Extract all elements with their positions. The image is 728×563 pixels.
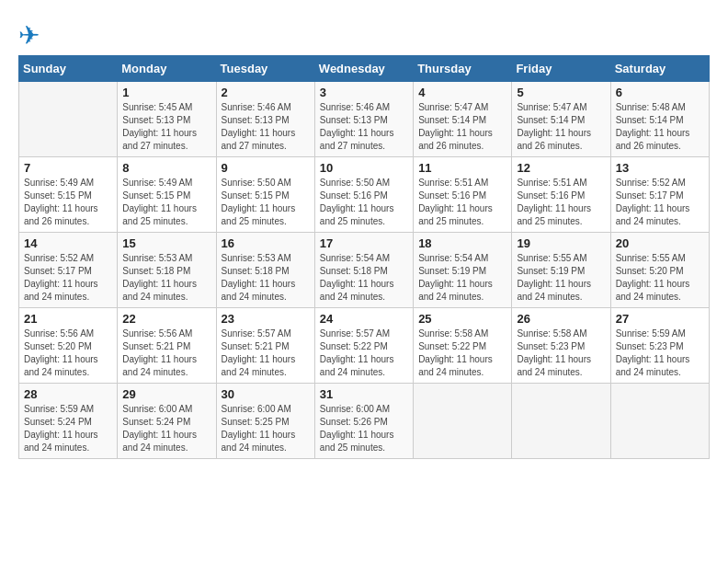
calendar-cell	[19, 82, 118, 157]
calendar-cell: 4 Sunrise: 5:47 AMSunset: 5:14 PMDayligh…	[414, 82, 512, 157]
day-info: Sunrise: 5:54 AMSunset: 5:19 PMDaylight:…	[418, 252, 506, 304]
calendar-cell: 21 Sunrise: 5:56 AMSunset: 5:20 PMDaylig…	[19, 308, 118, 384]
day-number: 6	[616, 86, 704, 99]
day-info: Sunrise: 5:53 AMSunset: 5:18 PMDaylight:…	[222, 252, 310, 304]
day-number: 2	[222, 86, 310, 99]
day-info: Sunrise: 5:54 AMSunset: 5:18 PMDaylight:…	[320, 252, 408, 304]
calendar-cell: 27 Sunrise: 5:59 AMSunset: 5:23 PMDaylig…	[610, 308, 709, 384]
calendar-header: SundayMondayTuesdayWednesdayThursdayFrid…	[19, 56, 710, 82]
logo: ✈	[18, 18, 55, 52]
day-number: 14	[24, 236, 112, 250]
day-number: 15	[122, 236, 210, 250]
day-number: 1	[122, 86, 210, 99]
day-info: Sunrise: 5:51 AMSunset: 5:16 PMDaylight:…	[517, 177, 605, 228]
calendar-cell: 11 Sunrise: 5:51 AMSunset: 5:16 PMDaylig…	[414, 157, 512, 233]
day-info: Sunrise: 5:55 AMSunset: 5:20 PMDaylight:…	[616, 252, 704, 304]
calendar-cell: 18 Sunrise: 5:54 AMSunset: 5:19 PMDaylig…	[414, 233, 512, 308]
day-number: 31	[320, 387, 408, 401]
calendar-cell	[414, 384, 512, 459]
weekday-header-friday: Friday	[512, 56, 610, 82]
weekday-header-sunday: Sunday	[19, 56, 118, 82]
weekday-header-tuesday: Tuesday	[216, 56, 314, 82]
calendar-cell: 1 Sunrise: 5:45 AMSunset: 5:13 PMDayligh…	[118, 82, 216, 157]
day-number: 26	[517, 312, 605, 326]
calendar-cell: 25 Sunrise: 5:58 AMSunset: 5:22 PMDaylig…	[414, 308, 512, 384]
day-number: 24	[320, 312, 408, 326]
weekday-header-row: SundayMondayTuesdayWednesdayThursdayFrid…	[19, 56, 710, 82]
day-info: Sunrise: 5:56 AMSunset: 5:21 PMDaylight:…	[122, 327, 210, 379]
weekday-header-wednesday: Wednesday	[314, 56, 413, 82]
day-info: Sunrise: 5:57 AMSunset: 5:21 PMDaylight:…	[222, 327, 310, 379]
calendar-cell	[512, 384, 610, 459]
weekday-header-thursday: Thursday	[414, 56, 512, 82]
logo-bird-icon: ✈	[18, 18, 51, 52]
day-info: Sunrise: 6:00 AMSunset: 5:25 PMDaylight:…	[222, 403, 310, 454]
day-info: Sunrise: 5:47 AMSunset: 5:14 PMDaylight:…	[517, 101, 605, 153]
weekday-header-monday: Monday	[118, 56, 216, 82]
calendar-cell: 7 Sunrise: 5:49 AMSunset: 5:15 PMDayligh…	[19, 157, 118, 233]
day-number: 8	[122, 161, 210, 175]
day-info: Sunrise: 6:00 AMSunset: 5:24 PMDaylight:…	[122, 403, 210, 454]
day-info: Sunrise: 5:59 AMSunset: 5:24 PMDaylight:…	[24, 403, 112, 454]
day-info: Sunrise: 5:55 AMSunset: 5:19 PMDaylight:…	[517, 252, 605, 304]
calendar-cell: 28 Sunrise: 5:59 AMSunset: 5:24 PMDaylig…	[19, 384, 118, 459]
calendar-week-1: 1 Sunrise: 5:45 AMSunset: 5:13 PMDayligh…	[19, 82, 710, 157]
calendar-cell: 9 Sunrise: 5:50 AMSunset: 5:15 PMDayligh…	[216, 157, 314, 233]
day-number: 21	[24, 312, 112, 326]
day-number: 4	[418, 86, 506, 99]
day-number: 23	[222, 312, 310, 326]
day-number: 29	[122, 387, 210, 401]
weekday-header-saturday: Saturday	[610, 56, 709, 82]
calendar-cell: 16 Sunrise: 5:53 AMSunset: 5:18 PMDaylig…	[216, 233, 314, 308]
calendar-cell: 29 Sunrise: 6:00 AMSunset: 5:24 PMDaylig…	[118, 384, 216, 459]
day-info: Sunrise: 5:45 AMSunset: 5:13 PMDaylight:…	[122, 101, 210, 153]
day-info: Sunrise: 5:52 AMSunset: 5:17 PMDaylight:…	[24, 252, 112, 304]
calendar-cell: 12 Sunrise: 5:51 AMSunset: 5:16 PMDaylig…	[512, 157, 610, 233]
day-number: 30	[222, 387, 310, 401]
calendar-week-2: 7 Sunrise: 5:49 AMSunset: 5:15 PMDayligh…	[19, 157, 710, 233]
calendar-body: 1 Sunrise: 5:45 AMSunset: 5:13 PMDayligh…	[19, 82, 710, 459]
calendar-cell	[610, 384, 709, 459]
day-info: Sunrise: 5:56 AMSunset: 5:20 PMDaylight:…	[24, 327, 112, 379]
calendar-cell: 3 Sunrise: 5:46 AMSunset: 5:13 PMDayligh…	[314, 82, 413, 157]
calendar-table: SundayMondayTuesdayWednesdayThursdayFrid…	[18, 55, 710, 459]
day-number: 5	[517, 86, 605, 99]
calendar-cell: 2 Sunrise: 5:46 AMSunset: 5:13 PMDayligh…	[216, 82, 314, 157]
calendar-cell: 24 Sunrise: 5:57 AMSunset: 5:22 PMDaylig…	[314, 308, 413, 384]
day-number: 11	[418, 161, 506, 175]
day-info: Sunrise: 5:47 AMSunset: 5:14 PMDaylight:…	[418, 101, 506, 153]
day-info: Sunrise: 5:48 AMSunset: 5:14 PMDaylight:…	[616, 101, 704, 153]
day-number: 13	[616, 161, 704, 175]
day-number: 7	[24, 161, 112, 175]
day-number: 9	[222, 161, 310, 175]
calendar-cell: 10 Sunrise: 5:50 AMSunset: 5:16 PMDaylig…	[314, 157, 413, 233]
calendar-cell: 13 Sunrise: 5:52 AMSunset: 5:17 PMDaylig…	[610, 157, 709, 233]
day-number: 20	[616, 236, 704, 250]
day-number: 10	[320, 161, 408, 175]
day-info: Sunrise: 5:58 AMSunset: 5:23 PMDaylight:…	[517, 327, 605, 379]
calendar-cell: 6 Sunrise: 5:48 AMSunset: 5:14 PMDayligh…	[610, 82, 709, 157]
day-info: Sunrise: 5:59 AMSunset: 5:23 PMDaylight:…	[616, 327, 704, 379]
calendar-cell: 22 Sunrise: 5:56 AMSunset: 5:21 PMDaylig…	[118, 308, 216, 384]
day-number: 27	[616, 312, 704, 326]
page-header: ✈	[18, 18, 710, 52]
calendar-cell: 15 Sunrise: 5:53 AMSunset: 5:18 PMDaylig…	[118, 233, 216, 308]
calendar-week-5: 28 Sunrise: 5:59 AMSunset: 5:24 PMDaylig…	[19, 384, 710, 459]
calendar-week-4: 21 Sunrise: 5:56 AMSunset: 5:20 PMDaylig…	[19, 308, 710, 384]
calendar-cell: 19 Sunrise: 5:55 AMSunset: 5:19 PMDaylig…	[512, 233, 610, 308]
day-info: Sunrise: 5:53 AMSunset: 5:18 PMDaylight:…	[122, 252, 210, 304]
calendar-week-3: 14 Sunrise: 5:52 AMSunset: 5:17 PMDaylig…	[19, 233, 710, 308]
day-info: Sunrise: 5:46 AMSunset: 5:13 PMDaylight:…	[320, 101, 408, 153]
day-number: 19	[517, 236, 605, 250]
day-info: Sunrise: 5:58 AMSunset: 5:22 PMDaylight:…	[418, 327, 506, 379]
calendar-cell: 14 Sunrise: 5:52 AMSunset: 5:17 PMDaylig…	[19, 233, 118, 308]
svg-text:✈: ✈	[18, 21, 40, 50]
day-number: 25	[418, 312, 506, 326]
calendar-cell: 17 Sunrise: 5:54 AMSunset: 5:18 PMDaylig…	[314, 233, 413, 308]
day-number: 12	[517, 161, 605, 175]
calendar-cell: 8 Sunrise: 5:49 AMSunset: 5:15 PMDayligh…	[118, 157, 216, 233]
calendar-cell: 5 Sunrise: 5:47 AMSunset: 5:14 PMDayligh…	[512, 82, 610, 157]
calendar-cell: 30 Sunrise: 6:00 AMSunset: 5:25 PMDaylig…	[216, 384, 314, 459]
day-number: 17	[320, 236, 408, 250]
calendar-cell: 31 Sunrise: 6:00 AMSunset: 5:26 PMDaylig…	[314, 384, 413, 459]
